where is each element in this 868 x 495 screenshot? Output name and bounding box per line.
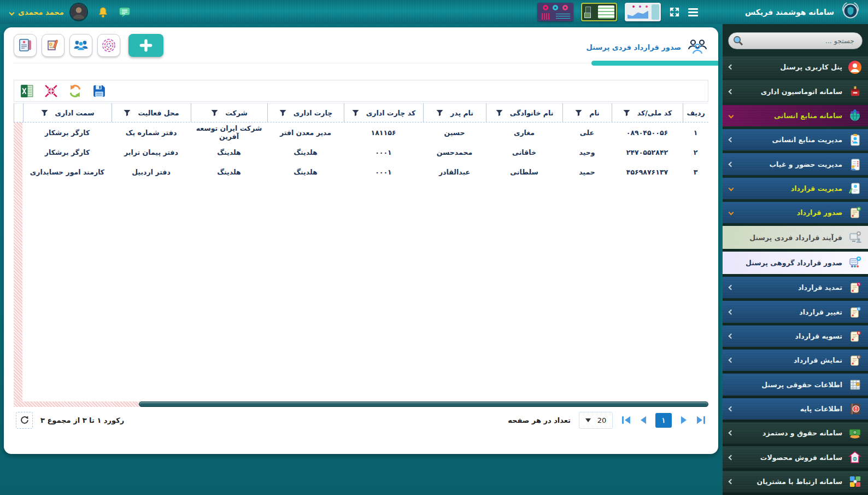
doc-settle-icon xyxy=(847,328,863,343)
pagination-cluster: ۱ 20 تعداد در هر صفحه xyxy=(505,412,706,429)
column-header-admin-chart[interactable]: چارت اداری xyxy=(267,103,344,122)
salary-scroll-button[interactable] xyxy=(42,34,64,57)
table-body: ۱ ۰۸۹۰۴۵۰۰۵۶ علی مغاری حسین ۱۸۱۱۵۶ مدیر … xyxy=(14,123,708,401)
excel-export-icon[interactable] xyxy=(20,84,34,98)
header-actions xyxy=(14,34,163,57)
fit-columns-icon[interactable] xyxy=(44,84,58,98)
filter-funnel-icon[interactable] xyxy=(436,109,443,117)
tab-individual-contract-issuance[interactable]: صدور قرارداد فردی پرسنل xyxy=(587,34,708,57)
filter-funnel-icon[interactable] xyxy=(124,109,131,117)
sidebar-item-contract-issuance[interactable]: صدور قرارداد xyxy=(723,202,868,223)
save-icon[interactable] xyxy=(92,84,107,98)
per-page-value: 20 xyxy=(597,416,607,424)
sidebar-item-office-automation[interactable]: سامانه اتوماسیون اداری xyxy=(723,80,868,102)
filter-funnel-icon[interactable] xyxy=(352,109,359,117)
horizontal-scrollbar[interactable] xyxy=(14,401,708,407)
previous-page-button[interactable] xyxy=(640,415,647,425)
current-page-button[interactable]: ۱ xyxy=(655,413,672,428)
pager: ۱ xyxy=(621,413,706,428)
dashboard-thumbnails xyxy=(537,3,661,21)
sidebar-item-contract-settlement[interactable]: تسویه قرارداد xyxy=(723,325,868,347)
sidebar-item-hr-management[interactable]: مدیریت منابع انسانی xyxy=(723,129,868,150)
avatar[interactable] xyxy=(69,3,88,21)
sidebar-item-personnel-legal-info[interactable]: اطلاعات حقوقی پرسنل xyxy=(723,374,868,395)
sidebar-item-group-contract-issuance[interactable]: صدور قرارداد گروهی پرسنل xyxy=(723,252,868,274)
dashboard-thumbnail-3[interactable] xyxy=(625,3,661,21)
filter-funnel-icon[interactable] xyxy=(496,109,503,117)
content-header: صدور قرارداد فردی پرسنل xyxy=(14,27,708,63)
sidebar-item-crm-system[interactable]: سامانه ارتباط با مشتریان xyxy=(723,471,868,492)
fingerprint-button[interactable] xyxy=(97,34,120,57)
per-page-label: تعداد در هر صفحه xyxy=(508,416,571,424)
filter-funnel-icon[interactable] xyxy=(211,109,218,117)
user-chevron-down-icon xyxy=(9,10,15,16)
add-button[interactable] xyxy=(128,34,163,57)
clipboard-person-icon xyxy=(847,132,863,148)
chevron-left-icon xyxy=(729,333,734,339)
chevron-left-icon xyxy=(729,406,734,411)
sidebar: پنل کاربری پرسنل سامانه اتوماسیون اداری … xyxy=(723,24,868,495)
column-header-national-code[interactable]: کد ملی/کد xyxy=(612,103,683,122)
app-root: محمد محمدی xyxy=(0,0,868,495)
app-title: سامانه هوشمند فریکس xyxy=(745,8,834,16)
table-header: ردیف کد ملی/کد نام نام خانوادگی xyxy=(14,103,708,123)
fullscreen-icon[interactable] xyxy=(670,7,679,17)
refresh-records-button[interactable] xyxy=(16,412,33,429)
filter-funnel-icon[interactable] xyxy=(575,109,582,117)
filter-funnel-icon[interactable] xyxy=(279,109,286,117)
bell-icon[interactable] xyxy=(97,6,109,19)
table-toolbar xyxy=(14,80,708,102)
book-alert-icon xyxy=(847,401,863,416)
column-header-row-number[interactable]: ردیف xyxy=(683,103,708,122)
contract-pen-icon xyxy=(847,180,863,196)
sidebar-item-contract-renewal[interactable]: تمدید قرارداد xyxy=(723,277,868,298)
sidebar-item-personnel-panel[interactable]: پنل کاربری پرسنل xyxy=(723,56,868,78)
column-header-last-name[interactable]: نام خانوادگی xyxy=(486,103,562,122)
table-row[interactable]: ۱ ۰۸۹۰۴۵۰۰۵۶ علی مغاری حسین ۱۸۱۱۵۶ مدیر … xyxy=(14,123,708,142)
tab-label: صدور قرارداد فردی پرسنل xyxy=(587,43,681,51)
ledger-icon xyxy=(847,377,863,392)
sidebar-item-contract-change[interactable]: تغییر قرارداد xyxy=(723,301,868,322)
horizontal-scrollbar-thumb[interactable] xyxy=(139,401,708,407)
column-header-first-name[interactable]: نام xyxy=(562,103,612,122)
filter-funnel-icon[interactable] xyxy=(623,109,630,117)
column-header-work-location[interactable]: محل فعالیت xyxy=(112,103,191,122)
sidebar-item-hr-system[interactable]: سامانه منابع انسانی xyxy=(723,105,868,126)
chevron-left-icon xyxy=(729,479,734,484)
first-page-button[interactable] xyxy=(621,415,631,425)
column-header-position[interactable]: سمت اداری xyxy=(23,103,112,122)
group-contract-icon xyxy=(847,255,863,270)
select-caret-icon xyxy=(585,418,591,422)
vertical-scrollbar-track[interactable] xyxy=(14,123,22,401)
sidebar-item-contract-management[interactable]: مدیریت قرارداد xyxy=(723,178,868,199)
sidebar-item-basic-info[interactable]: اطلاعات پایه xyxy=(723,398,868,420)
contract-document-button[interactable] xyxy=(14,34,37,57)
table-row[interactable]: ۳ ۴۵۶۹۸۷۶۱۳۷ حمید سلطانی عبدالقادر ۰۰۰۱ … xyxy=(14,162,708,182)
user-name[interactable]: محمد محمدی xyxy=(18,8,64,16)
sidebar-item-contract-view[interactable]: نمایش قرارداد xyxy=(723,350,868,371)
chevron-left-icon xyxy=(729,285,734,290)
column-header-father-name[interactable]: نام پدر xyxy=(423,103,486,122)
last-page-button[interactable] xyxy=(696,415,706,425)
table-footer: ۱ 20 تعداد در هر صفحه رکورد ۱ تا ۳ از مج… xyxy=(14,407,708,433)
content-card: صدور قرارداد فردی پرسنل xyxy=(4,27,718,454)
attendance-clipboard-icon xyxy=(847,156,863,172)
chat-icon[interactable] xyxy=(118,5,131,19)
filter-funnel-icon[interactable] xyxy=(41,109,48,117)
next-page-button[interactable] xyxy=(680,415,688,425)
sidebar-item-attendance-management[interactable]: مدیریت حضور و غیاب xyxy=(723,153,868,174)
dashboard-thumbnail-2[interactable] xyxy=(581,3,617,21)
search-input[interactable] xyxy=(728,32,863,49)
table-row[interactable]: ۲ ۲۴۷۰۵۵۲۸۴۲ وحید خاقانی محمدحسن ۰۰۰۱ هل… xyxy=(14,142,708,162)
column-header-company[interactable]: شرکت xyxy=(191,103,267,122)
per-page-select[interactable]: 20 xyxy=(579,412,613,429)
sidebar-item-product-sales-system[interactable]: سامانه فروش محصولات xyxy=(723,446,868,468)
globe-people-icon xyxy=(847,108,863,123)
refresh-data-icon[interactable] xyxy=(68,84,83,98)
column-header-chart-code[interactable]: کد چارت اداری xyxy=(344,103,423,122)
dashboard-thumbnail-1[interactable] xyxy=(537,3,573,21)
hamburger-menu-icon[interactable] xyxy=(688,8,698,16)
sidebar-item-payroll-system[interactable]: سامانه حقوق و دستمزد xyxy=(723,422,868,444)
sidebar-item-individual-contract-process[interactable]: فرآیند قرارداد فردی پرسنل xyxy=(723,226,868,248)
personnel-group-button[interactable] xyxy=(69,34,92,57)
